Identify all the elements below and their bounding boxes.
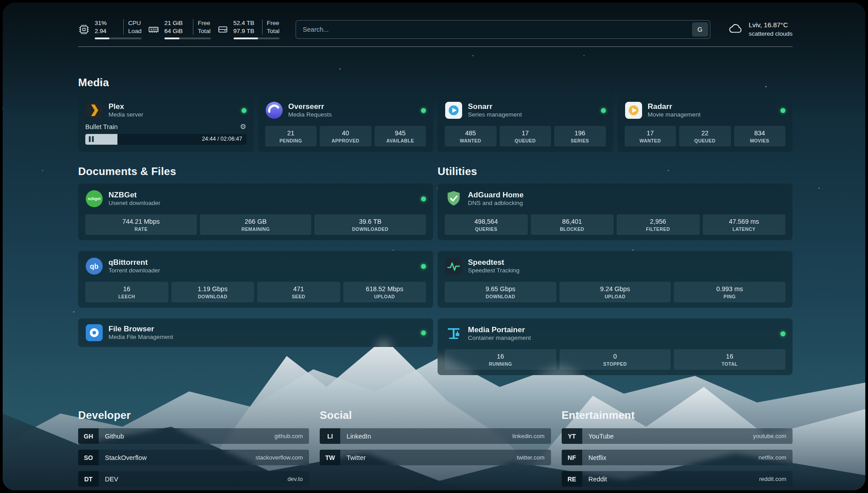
stat-rate: 744.21 MbpsRATE [85, 214, 197, 235]
app-subtitle: Media server [108, 111, 143, 119]
nzbget-card[interactable]: nzbget NZBGet Usenet downloader 744.21 M… [78, 184, 433, 240]
speedtest-card[interactable]: Speedtest Speedtest Tracking 9.65 GbpsDO… [438, 251, 793, 308]
overseerr-icon [265, 101, 283, 119]
stat-download: 1.19 GbpsDOWNLOAD [171, 282, 255, 302]
dashboard-page: 31% 2.94 CPU Load [3, 3, 865, 490]
section-title-developer: Developer [78, 409, 309, 422]
bookmark-netflix[interactable]: NF Netflix netflix.com [562, 450, 793, 465]
bookmark-url: linkedin.com [512, 428, 551, 444]
qbittorrent-icon: qb [85, 257, 103, 275]
bookmark-badge: SO [78, 450, 99, 465]
app-name: Radarr [648, 102, 701, 111]
pause-button[interactable] [89, 136, 94, 142]
speedtest-icon [445, 257, 463, 275]
bookmark-url: stackoverflow.com [255, 450, 309, 465]
stat-queued: 17QUEUED [500, 126, 551, 146]
disk-total-value: 97.9 TB [234, 27, 258, 35]
bookmark-name: LinkedIn [340, 428, 371, 444]
status-dot [421, 196, 426, 201]
bookmark-name: YouTube [582, 428, 614, 444]
disk-progress-bar [234, 38, 280, 39]
disk-icon [217, 24, 229, 35]
portainer-card[interactable]: Media Portainer Container management 16R… [438, 318, 793, 375]
status-dot [421, 108, 426, 113]
stat-upload: 618.52 MbpsUPLOAD [343, 282, 426, 302]
bookmark-name: Netflix [582, 450, 606, 465]
bookmark-badge: RE [562, 471, 582, 487]
app-name: Sonarr [468, 102, 522, 111]
radarr-icon [625, 101, 643, 119]
bookmark-stackoverflow[interactable]: SO StackOverflow stackoverflow.com [78, 450, 309, 465]
bookmark-dev[interactable]: DT DEV dev.to [78, 471, 309, 487]
bookmark-url: github.com [275, 428, 309, 444]
sonarr-card[interactable]: Sonarr Series management 485WANTED 17QUE… [438, 95, 613, 152]
section-title-documents: Documents & Files [78, 165, 433, 178]
memory-total-value: 64 GiB [164, 27, 188, 35]
bookmark-name: StackOverflow [99, 450, 146, 465]
search-engine-badge[interactable]: G [692, 22, 708, 37]
app-name: AdGuard Home [468, 190, 524, 200]
app-name: Plex [108, 102, 143, 111]
topbar: 31% 2.94 CPU Load [78, 19, 793, 39]
qbittorrent-card[interactable]: qb qBittorrent Torrent downloader 16LEEC… [78, 251, 433, 308]
stat-downloaded: 39.6 TBDOWNLOADED [314, 214, 426, 235]
filebrowser-icon [85, 324, 103, 342]
stat-total: 16TOTAL [674, 349, 785, 370]
bookmark-badge: DT [78, 471, 99, 487]
bookmarks-entertainment: Entertainment YT YouTube youtube.com NF … [562, 409, 793, 490]
playback-time: 24:44 / 02:06:47 [202, 136, 242, 142]
bookmark-twitter[interactable]: TW Twitter twitter.com [320, 450, 551, 465]
stat-pending: 21PENDING [265, 126, 317, 146]
search-input[interactable] [296, 20, 710, 39]
cpu-icon [78, 24, 90, 35]
stat-download: 9.65 GbpsDOWNLOAD [445, 282, 556, 302]
bookmark-reddit[interactable]: RE Reddit reddit.com [562, 471, 793, 487]
nzbget-icon: nzbget [85, 190, 103, 208]
memory-free-label: Free [198, 19, 211, 27]
bookmark-github[interactable]: GH Github github.com [78, 428, 309, 444]
cpu-widget: 31% 2.94 CPU Load [78, 19, 142, 39]
app-subtitle: Torrent downloader [108, 267, 160, 275]
search-bar: G [296, 20, 710, 39]
bookmark-linkedin[interactable]: LI LinkedIn linkedin.com [320, 428, 551, 444]
adguard-card[interactable]: AdGuard Home DNS and adblocking 498,564Q… [438, 184, 793, 240]
bookmark-name: DEV [99, 471, 118, 487]
svg-text:nzbget: nzbget [88, 196, 101, 201]
app-subtitle: Container management [468, 334, 531, 342]
app-name: Speedtest [468, 258, 520, 267]
stat-queued: 22QUEUED [679, 126, 731, 146]
filebrowser-card[interactable]: File Browser Media File Management [78, 318, 433, 347]
app-subtitle: Media Requests [288, 111, 332, 119]
app-name: File Browser [108, 324, 173, 334]
cloud-icon [728, 22, 743, 37]
gear-icon[interactable]: ⚙ [240, 122, 246, 131]
status-dot [601, 108, 606, 113]
app-subtitle: Series management [468, 111, 522, 119]
overseerr-card[interactable]: Overseerr Media Requests 21PENDING 40APP… [258, 95, 434, 152]
stat-movies: 834MOVIES [734, 126, 786, 146]
plex-icon [85, 101, 103, 119]
media-grid: Plex Media server Bullet Train ⚙ 24:44 /… [78, 95, 793, 152]
bookmark-url: twitter.com [517, 450, 551, 465]
disk-widget: 52.4 TB 97.9 TB Free Total [217, 19, 280, 39]
plex-card[interactable]: Plex Media server Bullet Train ⚙ 24:44 /… [78, 95, 254, 152]
stat-series: 196SERIES [554, 126, 606, 146]
radarr-card[interactable]: Radarr Movie management 17WANTED 22QUEUE… [618, 95, 793, 152]
bookmark-url: reddit.com [759, 471, 793, 487]
status-dot [421, 330, 426, 335]
app-subtitle: DNS and adblocking [468, 200, 524, 207]
app-subtitle: Speedtest Tracking [468, 267, 520, 275]
documents-column: Documents & Files nzbget NZBGet Usenet d… [78, 165, 433, 386]
playback-progress-bar[interactable]: 24:44 / 02:06:47 [85, 134, 246, 145]
bookmark-youtube[interactable]: YT YouTube youtube.com [562, 428, 793, 444]
bookmark-url: dev.to [288, 471, 309, 487]
section-title-media: Media [78, 76, 793, 89]
status-dot [780, 108, 785, 113]
adguard-icon [445, 190, 463, 208]
section-title-utilities: Utilities [438, 165, 793, 178]
stat-wanted: 485WANTED [445, 126, 497, 146]
cpu-usage-value: 31% [95, 19, 119, 27]
app-name: NZBGet [108, 190, 160, 200]
sonarr-icon [445, 101, 463, 119]
stat-filtered: 2,956FILTERED [617, 214, 700, 235]
